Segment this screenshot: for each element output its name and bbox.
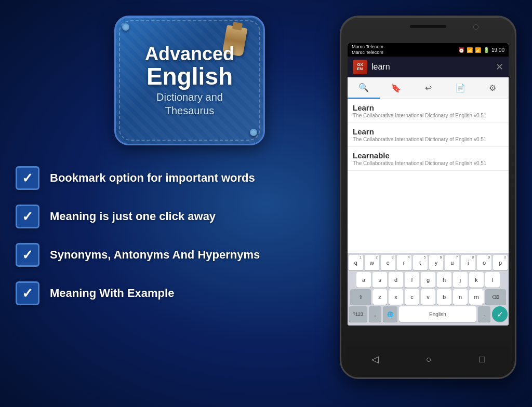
key-h[interactable]: h [437,272,451,288]
phone-volume-up [340,79,341,95]
key-done[interactable]: ✓ [492,306,508,322]
key-comma[interactable]: , [369,306,381,322]
icon-title-advanced: Advanced [145,44,234,64]
key-s[interactable]: s [373,272,387,288]
result-3[interactable]: Learnable The Collaborative Internationa… [348,147,509,171]
checkmark-example: ✓ [22,287,33,300]
feature-meaning-text: Meaning is just one click away [50,210,216,223]
key-j[interactable]: j [453,272,468,288]
phone-volume-down [340,103,341,118]
phone-nav-bar: ◁ ○ □ [348,346,509,372]
phone-power-button [515,90,516,111]
key-t[interactable]: 5t [413,255,428,270]
recent-apps-button[interactable]: □ [479,354,485,365]
tab-bookmark[interactable]: 🔖 [380,77,412,99]
key-u[interactable]: 7u [445,255,459,270]
result-word-2: Learn [353,127,503,136]
checkmark-bookmark: ✓ [22,171,33,185]
key-e[interactable]: 3e [381,255,395,270]
feature-synonyms: ✓ Synonyms, Antonyms And Hypernyms [16,243,317,267]
key-m[interactable]: m [469,289,484,305]
feature-example-text: Meaning With Example [50,287,174,300]
key-backspace[interactable]: ⌫ [485,289,506,305]
search-close-icon[interactable]: ✕ [496,61,503,73]
result-source-3: The Collaborative International Dictiona… [353,160,503,166]
tab-settings[interactable]: ⚙ [476,77,509,99]
phone-mockup: Maroc Telecom Maroc Telecom ⏰ 📶 📶 🔋 19:0… [340,16,516,379]
key-x[interactable]: x [389,289,403,305]
key-d[interactable]: d [389,272,403,288]
result-source-2: The Collaborative International Dictiona… [353,137,503,142]
carrier-text: Maroc Telecom Maroc Telecom [352,44,383,56]
key-w[interactable]: 2w [365,255,379,270]
key-q[interactable]: 1q [349,255,363,270]
tab-search[interactable]: 🔍 [348,77,380,99]
key-l[interactable]: l [485,272,500,288]
icon-subtitle: Dictionary andThesaurus [156,90,223,117]
checkmark-synonyms: ✓ [22,248,33,262]
signal-icon: 📶 [467,47,473,53]
search-bar[interactable]: OXEN learn ✕ [348,57,509,77]
key-y[interactable]: 6y [429,255,444,270]
key-v[interactable]: v [421,289,435,305]
key-o[interactable]: 9o [477,255,491,270]
feature-example: ✓ Meaning With Example [16,281,317,305]
keyboard-row-1: 1q 2w 3e 4r 5t 6y 7u 8i 9o 0p [349,255,508,270]
checkmark-meaning: ✓ [22,210,33,223]
phone-speaker [410,25,446,28]
icon-rivet-br [250,129,257,136]
keyboard: 1q 2w 3e 4r 5t 6y 7u 8i 9o 0p a s d f [348,253,509,325]
feature-bookmark: ✓ Bookmark option for important words [16,166,317,190]
key-g[interactable]: g [421,272,435,288]
tab-history[interactable]: ↩ [412,77,444,99]
icon-title-english: English [147,64,233,88]
nav-tabs: 🔍 🔖 ↩ 📄 ⚙ [348,77,509,99]
key-z[interactable]: z [373,289,387,305]
key-f[interactable]: f [405,272,419,288]
phone-body: Maroc Telecom Maroc Telecom ⏰ 📶 📶 🔋 19:0… [340,16,516,379]
search-query[interactable]: learn [371,62,491,72]
app-logo-small: OXEN [353,60,367,74]
features-list: ✓ Bookmark option for important words ✓ … [16,166,317,320]
result-source-1: The Collaborative International Dictiona… [353,113,503,118]
key-k[interactable]: k [469,272,484,288]
key-p[interactable]: 0p [493,255,508,270]
keyboard-row-3: ⇧ z x c v b n m ⌫ [349,289,508,305]
checkbox-example: ✓ [16,281,39,305]
feature-synonyms-text: Synonyms, Antonyms And Hypernyms [50,248,260,262]
keyboard-row-2: a s d f g h j k l [349,272,508,288]
keyboard-row-4: ?123 , 🌐 English . ✓ [349,306,508,322]
checkbox-meaning: ✓ [16,205,39,228]
signal2-icon: 📶 [475,47,481,53]
home-button[interactable]: ○ [426,354,432,365]
phone-camera [473,24,478,30]
status-right: ⏰ 📶 📶 🔋 19:00 [458,47,504,53]
key-r[interactable]: 4r [397,255,411,270]
checkbox-bookmark: ✓ [16,166,39,190]
key-b[interactable]: b [437,289,451,305]
phone-screen: Maroc Telecom Maroc Telecom ⏰ 📶 📶 🔋 19:0… [348,43,509,325]
tab-notebook[interactable]: 📄 [444,77,476,99]
checkbox-synonyms: ✓ [16,243,39,267]
key-space[interactable]: English [399,306,476,322]
result-word-1: Learn [353,103,503,112]
status-bar: Maroc Telecom Maroc Telecom ⏰ 📶 📶 🔋 19:0… [348,43,509,57]
icon-rivet-tl [122,23,129,31]
battery-icon: 🔋 [483,47,489,53]
key-numbers[interactable]: ?123 [349,306,367,322]
feature-meaning: ✓ Meaning is just one click away [16,205,317,228]
key-period[interactable]: . [478,306,490,322]
dictionary-results: Learn The Collaborative International Di… [348,99,509,171]
key-globe[interactable]: 🌐 [383,306,397,322]
result-1[interactable]: Learn The Collaborative International Di… [348,99,509,123]
alarm-icon: ⏰ [458,47,464,53]
key-n[interactable]: n [453,289,468,305]
result-2[interactable]: Learn The Collaborative International Di… [348,123,509,147]
key-shift[interactable]: ⇧ [350,289,371,305]
key-c[interactable]: c [405,289,419,305]
result-word-3: Learnable [353,151,503,160]
back-button[interactable]: ◁ [371,354,379,365]
key-a[interactable]: a [356,272,371,288]
time-display: 19:00 [491,47,504,53]
key-i[interactable]: 8i [461,255,475,270]
